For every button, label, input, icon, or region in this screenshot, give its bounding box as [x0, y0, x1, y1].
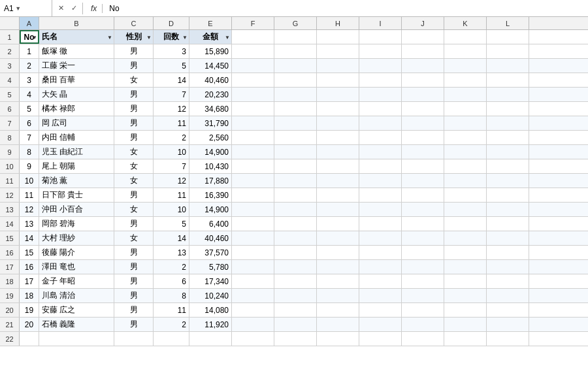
filter-arrow-a[interactable]: ▼ — [32, 34, 37, 40]
cell-gender-19[interactable]: 男 — [114, 289, 154, 302]
cell-name-3[interactable]: 工藤 栄一 — [39, 59, 114, 73]
cell-k-9[interactable] — [444, 145, 487, 159]
cell-h-6[interactable] — [317, 102, 359, 116]
cell-i-22[interactable] — [359, 332, 402, 346]
cell-no-9[interactable]: 8 — [20, 145, 39, 159]
cell-name-18[interactable]: 金子 年昭 — [39, 274, 114, 288]
cell-gender-15[interactable]: 女 — [114, 231, 154, 245]
cell-count-21[interactable]: 2 — [154, 318, 189, 331]
cell-j-8[interactable] — [402, 131, 444, 144]
col-header-h[interactable]: H — [317, 17, 359, 29]
cell-count-11[interactable]: 12 — [154, 174, 189, 188]
cell-h-10[interactable] — [317, 159, 359, 173]
header-cell-l[interactable] — [487, 30, 529, 44]
cell-i-6[interactable] — [359, 102, 402, 116]
cell-amount-4[interactable]: 40,460 — [189, 73, 232, 87]
cell-gender-5[interactable]: 男 — [114, 88, 154, 101]
cell-j-14[interactable] — [402, 217, 444, 231]
cell-count-2[interactable]: 3 — [154, 44, 189, 58]
col-header-f[interactable]: F — [232, 17, 274, 29]
cell-h-19[interactable] — [317, 289, 359, 302]
header-cell-f[interactable] — [232, 30, 274, 44]
cell-i-7[interactable] — [359, 116, 402, 130]
cell-no-17[interactable]: 16 — [20, 260, 39, 274]
cell-g-21[interactable] — [274, 318, 317, 331]
cell-i-14[interactable] — [359, 217, 402, 231]
cell-i-3[interactable] — [359, 59, 402, 73]
cell-k-22[interactable] — [444, 332, 487, 346]
cell-h-2[interactable] — [317, 44, 359, 58]
cell-name-16[interactable]: 後藤 陽介 — [39, 246, 114, 259]
cell-f-2[interactable] — [232, 44, 274, 58]
cell-i-5[interactable] — [359, 88, 402, 101]
filter-arrow-d[interactable]: ▼ — [182, 34, 188, 40]
cell-gender-12[interactable]: 男 — [114, 188, 154, 202]
cell-name-9[interactable]: 児玉 由紀江 — [39, 145, 114, 159]
cell-f-10[interactable] — [232, 159, 274, 173]
cell-name-19[interactable]: 川島 清治 — [39, 289, 114, 302]
cell-name-21[interactable]: 石橋 義隆 — [39, 318, 114, 331]
cell-g-18[interactable] — [274, 274, 317, 288]
cell-amount-7[interactable]: 31,790 — [189, 116, 232, 130]
cell-count-7[interactable]: 11 — [154, 116, 189, 130]
cell-i-21[interactable] — [359, 318, 402, 331]
cell-no-12[interactable]: 11 — [20, 188, 39, 202]
cell-g-6[interactable] — [274, 102, 317, 116]
cell-h-11[interactable] — [317, 174, 359, 188]
cell-name-11[interactable]: 菊池 薫 — [39, 174, 114, 188]
cell-h-7[interactable] — [317, 116, 359, 130]
cell-no-19[interactable]: 18 — [20, 289, 39, 302]
cell-g-17[interactable] — [274, 260, 317, 274]
cell-count-6[interactable]: 12 — [154, 102, 189, 116]
cell-a-22[interactable] — [20, 332, 39, 346]
cell-f-4[interactable] — [232, 73, 274, 87]
cell-h-18[interactable] — [317, 274, 359, 288]
header-cell-name[interactable]: 氏名 ▼ — [39, 30, 114, 44]
cell-f-8[interactable] — [232, 131, 274, 144]
cell-f-9[interactable] — [232, 145, 274, 159]
cell-i-19[interactable] — [359, 289, 402, 302]
cell-g-11[interactable] — [274, 174, 317, 188]
cell-count-19[interactable]: 8 — [154, 289, 189, 302]
cell-g-19[interactable] — [274, 289, 317, 302]
cell-h-9[interactable] — [317, 145, 359, 159]
cell-f-5[interactable] — [232, 88, 274, 101]
cell-gender-18[interactable]: 男 — [114, 274, 154, 288]
header-cell-k[interactable] — [444, 30, 487, 44]
cell-j-6[interactable] — [402, 102, 444, 116]
cell-j-3[interactable] — [402, 59, 444, 73]
cell-e-22[interactable] — [189, 332, 232, 346]
col-header-g[interactable]: G — [274, 17, 317, 29]
cell-i-20[interactable] — [359, 303, 402, 317]
cell-gender-3[interactable]: 男 — [114, 59, 154, 73]
cell-g-16[interactable] — [274, 246, 317, 259]
cell-count-5[interactable]: 7 — [154, 88, 189, 101]
cell-amount-12[interactable]: 16,390 — [189, 188, 232, 202]
cell-b-22[interactable] — [39, 332, 114, 346]
cell-k-11[interactable] — [444, 174, 487, 188]
header-cell-i[interactable] — [359, 30, 402, 44]
cell-name-5[interactable]: 大矢 晶 — [39, 88, 114, 101]
cell-f-14[interactable] — [232, 217, 274, 231]
cell-gender-10[interactable]: 女 — [114, 159, 154, 173]
cell-gender-9[interactable]: 女 — [114, 145, 154, 159]
cell-j-5[interactable] — [402, 88, 444, 101]
cell-f-21[interactable] — [232, 318, 274, 331]
cell-l-3[interactable] — [487, 59, 529, 73]
cell-g-22[interactable] — [274, 332, 317, 346]
cell-j-22[interactable] — [402, 332, 444, 346]
cell-count-8[interactable]: 2 — [154, 131, 189, 144]
cell-j-4[interactable] — [402, 73, 444, 87]
cell-no-5[interactable]: 4 — [20, 88, 39, 101]
filter-arrow-c[interactable]: ▼ — [146, 34, 152, 40]
cell-f-19[interactable] — [232, 289, 274, 302]
col-header-k[interactable]: K — [444, 17, 487, 29]
cell-l-16[interactable] — [487, 246, 529, 259]
cell-l-6[interactable] — [487, 102, 529, 116]
cell-i-9[interactable] — [359, 145, 402, 159]
cell-no-2[interactable]: 1 — [20, 44, 39, 58]
cell-g-9[interactable] — [274, 145, 317, 159]
cell-l-12[interactable] — [487, 188, 529, 202]
cell-name-8[interactable]: 内田 信輔 — [39, 131, 114, 144]
cell-l-19[interactable] — [487, 289, 529, 302]
